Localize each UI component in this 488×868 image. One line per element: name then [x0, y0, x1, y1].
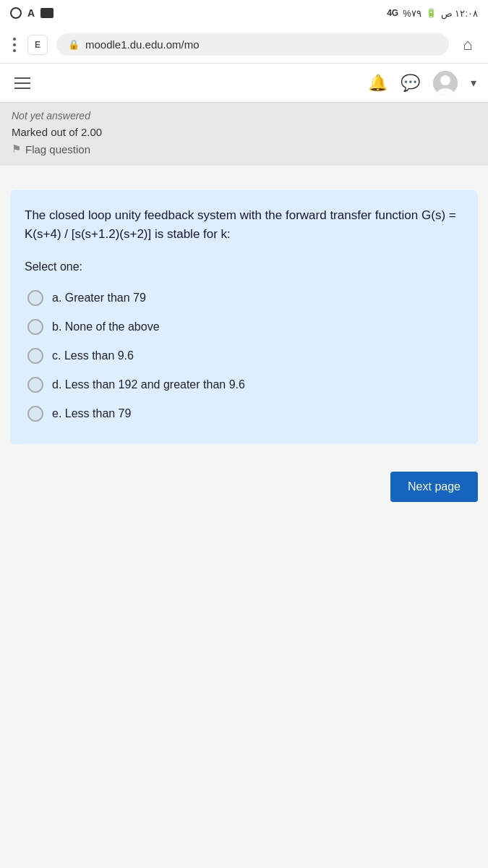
option-a-label: a. Greater than 79 [52, 289, 146, 307]
question-card: The closed loop unity feedback system wi… [10, 190, 478, 444]
option-d-label: d. Less than 192 and greater than 9.6 [52, 376, 245, 393]
option-c[interactable]: c. Less than 9.6 [25, 343, 463, 369]
marked-out-text: Marked out of 2.00 [12, 126, 476, 138]
status-left: ١٢:٠٨ ص 🔋 ٧٩% 4G [387, 8, 478, 19]
user-avatar[interactable] [433, 71, 458, 95]
option-c-label: c. Less than 9.6 [52, 347, 134, 365]
header-icons: 🔔 💬 ▾ [368, 71, 476, 95]
status-bar: ١٢:٠٨ ص 🔋 ٧٩% 4G A [0, 0, 488, 26]
lock-icon: 🔒 [68, 39, 80, 50]
browser-bar: E 🔒 moodle1.du.edu.om/mo ⌂ [0, 26, 488, 64]
radio-d[interactable] [27, 377, 43, 393]
option-d[interactable]: d. Less than 192 and greater than 9.6 [25, 372, 463, 398]
radio-e[interactable] [27, 406, 43, 422]
status-file-icon [40, 8, 53, 18]
hamburger-menu-button[interactable] [12, 75, 33, 92]
dropdown-arrow-icon[interactable]: ▾ [471, 76, 476, 90]
svg-point-1 [440, 75, 450, 85]
question-info-bar: Not yet answered Marked out of 2.00 ⚑ Fl… [0, 103, 488, 166]
select-one-label: Select one: [25, 260, 463, 273]
notification-bell-icon[interactable]: 🔔 [368, 74, 388, 93]
options-list: a. Greater than 79 b. None of the above … [25, 285, 463, 427]
app-header: 🔔 💬 ▾ [0, 64, 488, 103]
flag-icon: ⚑ [12, 142, 21, 156]
flag-question-button[interactable]: ⚑ Flag question [12, 142, 476, 156]
radio-a[interactable] [27, 290, 43, 306]
option-a[interactable]: a. Greater than 79 [25, 285, 463, 311]
url-text: moodle1.du.edu.om/mo [85, 38, 200, 51]
status-right: A [10, 7, 53, 19]
status-network: 4G [387, 8, 398, 18]
option-b-label: b. None of the above [52, 318, 160, 336]
bottom-area: Next page [0, 457, 488, 516]
option-b[interactable]: b. None of the above [25, 314, 463, 340]
status-a-icon: A [27, 7, 35, 19]
browser-menu-button[interactable] [10, 35, 19, 55]
next-page-button[interactable]: Next page [390, 472, 478, 502]
question-status-text: Not yet answered [12, 110, 476, 122]
status-time: ١٢:٠٨ ص [441, 8, 478, 19]
radio-c[interactable] [27, 348, 43, 364]
status-battery: ٧٩% [403, 8, 421, 19]
radio-b[interactable] [27, 319, 43, 335]
flag-question-label: Flag question [25, 143, 90, 156]
question-text: The closed loop unity feedback system wi… [25, 206, 463, 244]
address-bar[interactable]: 🔒 moodle1.du.edu.om/mo [56, 33, 449, 56]
home-button[interactable]: ⌂ [458, 35, 478, 55]
browser-extension-icon[interactable]: E [27, 35, 48, 55]
status-battery-icon: 🔋 [426, 8, 437, 18]
option-e-label: e. Less than 79 [52, 405, 131, 422]
option-e[interactable]: e. Less than 79 [25, 401, 463, 427]
status-circle-icon [10, 7, 22, 19]
chat-bubble-icon[interactable]: 💬 [401, 74, 420, 93]
